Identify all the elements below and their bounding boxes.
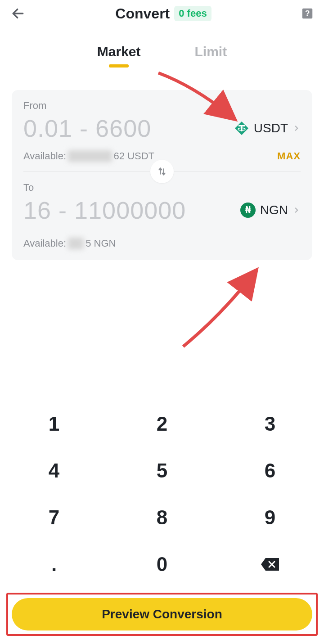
arrow-left-icon	[11, 6, 25, 21]
header: Convert 0 fees ?	[0, 0, 324, 26]
key-0[interactable]: 0	[130, 553, 194, 576]
svg-text:?: ?	[305, 9, 310, 18]
max-button[interactable]: MAX	[277, 150, 301, 162]
key-2[interactable]: 2	[130, 413, 194, 435]
key-5[interactable]: 5	[130, 459, 194, 482]
tab-limit[interactable]: Limit	[195, 44, 227, 66]
to-label: To	[23, 182, 301, 194]
key-6[interactable]: 6	[238, 459, 302, 482]
tabs: Market Limit	[0, 44, 324, 66]
chevron-right-icon	[292, 206, 301, 214]
from-amount-input[interactable]: 0.01 - 6600	[23, 114, 234, 142]
backspace-icon	[260, 557, 280, 572]
to-available-suffix: 5 NGN	[86, 238, 116, 249]
from-available-prefix: Available:	[23, 150, 66, 162]
from-available-suffix: 62 USDT	[114, 150, 154, 162]
to-section: To 16 - 11000000 ₦ NGN Available: ██ 5 N…	[23, 182, 301, 249]
to-amount-input[interactable]: 16 - 11000000	[23, 196, 240, 224]
chevron-right-icon	[292, 124, 301, 132]
ngn-icon: ₦	[240, 203, 256, 218]
to-available-prefix: Available:	[23, 238, 66, 249]
page-title: Convert	[115, 5, 170, 22]
key-4[interactable]: 4	[22, 459, 86, 482]
from-available-hidden: ██████	[68, 150, 112, 162]
key-7[interactable]: 7	[22, 506, 86, 529]
key-9[interactable]: 9	[238, 506, 302, 529]
help-button[interactable]: ?	[300, 6, 315, 21]
svg-text:₦: ₦	[244, 205, 251, 215]
key-backspace[interactable]	[238, 553, 302, 576]
back-button[interactable]	[9, 5, 27, 23]
usdt-icon	[234, 121, 249, 136]
key-8[interactable]: 8	[130, 506, 194, 529]
help-icon: ?	[301, 7, 314, 20]
from-available: Available: ██████ 62 USDT	[23, 150, 154, 162]
to-currency-select[interactable]: ₦ NGN	[240, 203, 301, 218]
annotation-highlight-box: Preview Conversion	[6, 593, 318, 636]
to-available: Available: ██ 5 NGN	[23, 238, 116, 249]
tab-market[interactable]: Market	[97, 44, 141, 66]
numeric-keypad: 1 2 3 4 5 6 7 8 9 . 0	[0, 413, 324, 593]
cta-area: Preview Conversion	[0, 593, 324, 644]
key-1[interactable]: 1	[22, 413, 86, 435]
key-3[interactable]: 3	[238, 413, 302, 435]
from-section: From 0.01 - 6600 USDT Available: ██████ …	[23, 100, 301, 162]
to-available-hidden: ██	[68, 238, 84, 249]
swap-icon	[157, 167, 167, 176]
preview-conversion-button[interactable]: Preview Conversion	[12, 598, 312, 630]
swap-button[interactable]	[150, 160, 174, 183]
divider	[23, 171, 301, 172]
fees-badge: 0 fees	[174, 6, 211, 21]
convert-panel: From 0.01 - 6600 USDT Available: ██████ …	[12, 90, 312, 260]
key-dot[interactable]: .	[22, 553, 86, 576]
from-currency-select[interactable]: USDT	[234, 121, 301, 136]
from-label: From	[23, 100, 301, 112]
annotation-arrow-bottom	[176, 261, 266, 351]
from-currency-name: USDT	[254, 121, 288, 135]
to-currency-name: NGN	[260, 203, 288, 217]
